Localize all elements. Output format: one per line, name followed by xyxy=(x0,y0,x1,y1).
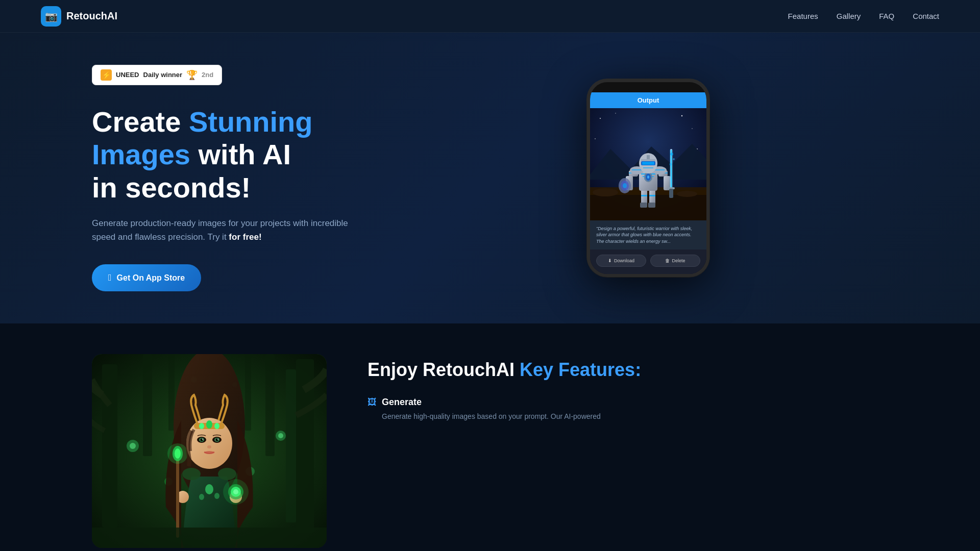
generate-desc: Generate high-quality images based on yo… xyxy=(368,411,888,422)
svg-rect-57 xyxy=(265,354,275,456)
svg-rect-55 xyxy=(286,369,296,522)
lightning-icon: ⚡ xyxy=(101,69,112,81)
svg-point-69 xyxy=(205,484,213,494)
svg-rect-14 xyxy=(641,195,647,196)
svg-point-84 xyxy=(207,445,211,448)
svg-point-83 xyxy=(217,439,218,440)
svg-point-1 xyxy=(600,118,601,119)
app-store-label: Get On App Store xyxy=(117,273,185,283)
svg-rect-58 xyxy=(168,354,175,431)
phone-screen: Output xyxy=(590,92,706,274)
svg-point-72 xyxy=(182,468,201,480)
generate-icon: 🖼 xyxy=(368,397,377,408)
phone-actions: ⬇ Download 🗑 Delete xyxy=(590,249,706,274)
download-label: Download xyxy=(614,258,634,263)
svg-rect-56 xyxy=(143,354,152,456)
feature-generate: 🖼 Generate Generate high-quality images … xyxy=(368,397,888,422)
download-button[interactable]: ⬇ Download xyxy=(596,255,646,267)
svg-point-49 xyxy=(670,153,673,156)
svg-point-82 xyxy=(202,439,203,440)
svg-rect-17 xyxy=(648,203,655,208)
hero-right: Output xyxy=(408,79,888,278)
feature-generate-header: 🖼 Generate xyxy=(368,397,888,408)
svg-point-87 xyxy=(199,423,204,429)
navbar: 📷 RetouchAI Features Gallery FAQ Contact xyxy=(0,0,980,33)
award-badge: ⚡ UNEED Daily winner 🏆 2nd xyxy=(92,65,222,85)
hero-left: ⚡ UNEED Daily winner 🏆 2nd Create Stunni… xyxy=(92,65,408,292)
features-title-part1: Enjoy RetouchAI xyxy=(368,359,520,380)
subtitle-text: Generate production-ready images for you… xyxy=(92,218,348,242)
svg-point-61 xyxy=(130,443,136,449)
svg-point-99 xyxy=(223,479,249,505)
badge-company: UNEED xyxy=(116,71,139,79)
features-title: Enjoy RetouchAI Key Features: xyxy=(368,359,888,381)
svg-point-71 xyxy=(214,493,219,499)
svg-point-4 xyxy=(692,128,692,129)
delete-button[interactable]: 🗑 Delete xyxy=(650,255,700,267)
svg-point-3 xyxy=(681,115,682,116)
generate-title: Generate xyxy=(382,397,422,408)
phone-image-area xyxy=(590,108,706,220)
svg-point-10 xyxy=(593,188,618,196)
svg-rect-45 xyxy=(642,162,654,165)
features-title-highlight: Key Features: xyxy=(520,359,641,380)
warrior-illustration xyxy=(590,108,706,220)
svg-point-88 xyxy=(206,420,212,429)
brand-icon: 📷 xyxy=(41,6,61,27)
apple-icon:  xyxy=(108,272,112,283)
hero-subtitle: Generate production-ready images for you… xyxy=(92,216,357,244)
svg-rect-47 xyxy=(641,159,655,161)
badge-rank: 2nd xyxy=(202,71,213,79)
phone-prompt: "Design a powerful, futuristic warrior w… xyxy=(590,220,706,250)
svg-point-94 xyxy=(167,443,188,464)
brand-name: RetouchAI xyxy=(66,10,117,22)
brand: 📷 RetouchAI xyxy=(41,6,117,27)
svg-rect-48 xyxy=(643,167,653,168)
svg-point-73 xyxy=(218,468,236,480)
svg-rect-15 xyxy=(649,195,655,196)
phone-output-tab: Output xyxy=(590,92,706,108)
svg-rect-42 xyxy=(654,169,665,170)
hero-title-part1: Create xyxy=(92,106,189,138)
phone-notch xyxy=(628,82,669,92)
nav-links: Features Gallery FAQ Contact xyxy=(788,12,939,21)
features-section: Enjoy RetouchAI Key Features: 🖼 Generate… xyxy=(0,323,980,551)
badge-award: Daily winner xyxy=(143,71,183,79)
svg-point-5 xyxy=(595,138,596,139)
subtitle-bold: for free! xyxy=(229,232,261,242)
svg-rect-16 xyxy=(640,203,647,208)
svg-rect-59 xyxy=(245,354,251,431)
svg-point-85 xyxy=(204,451,214,454)
svg-point-51 xyxy=(670,163,672,165)
svg-rect-41 xyxy=(632,169,642,170)
svg-rect-53 xyxy=(102,364,117,528)
svg-point-2 xyxy=(615,113,616,114)
hero-title-line2: in seconds! xyxy=(92,171,251,204)
svg-rect-100 xyxy=(92,528,327,548)
download-icon: ⬇ xyxy=(608,258,612,263)
nav-gallery[interactable]: Gallery xyxy=(837,12,861,20)
hero-title: Create Stunning Images with AI in second… xyxy=(92,106,408,204)
svg-point-70 xyxy=(199,494,204,500)
nav-faq[interactable]: FAQ xyxy=(879,12,894,20)
svg-point-11 xyxy=(677,191,697,197)
svg-point-63 xyxy=(278,433,283,438)
delete-label: Delete xyxy=(672,258,685,263)
features-image xyxy=(92,354,327,548)
phone-mockup: Output xyxy=(587,79,709,278)
svg-point-24 xyxy=(647,176,649,179)
trash-icon: 🗑 xyxy=(665,258,670,263)
hero-title-part2: with AI xyxy=(190,138,291,170)
elf-illustration xyxy=(92,354,327,548)
features-content: Enjoy RetouchAI Key Features: 🖼 Generate… xyxy=(368,354,888,432)
hero-section: ⚡ UNEED Daily winner 🏆 2nd Create Stunni… xyxy=(0,33,980,323)
nav-features[interactable]: Features xyxy=(788,12,818,20)
app-store-button[interactable]:  Get On App Store xyxy=(92,264,201,291)
svg-rect-91 xyxy=(176,456,179,538)
trophy-icon: 🏆 xyxy=(186,69,198,81)
svg-point-50 xyxy=(673,158,675,160)
svg-point-89 xyxy=(214,423,219,429)
svg-point-38 xyxy=(623,183,627,188)
nav-contact[interactable]: Contact xyxy=(913,12,939,20)
svg-rect-35 xyxy=(669,189,673,198)
